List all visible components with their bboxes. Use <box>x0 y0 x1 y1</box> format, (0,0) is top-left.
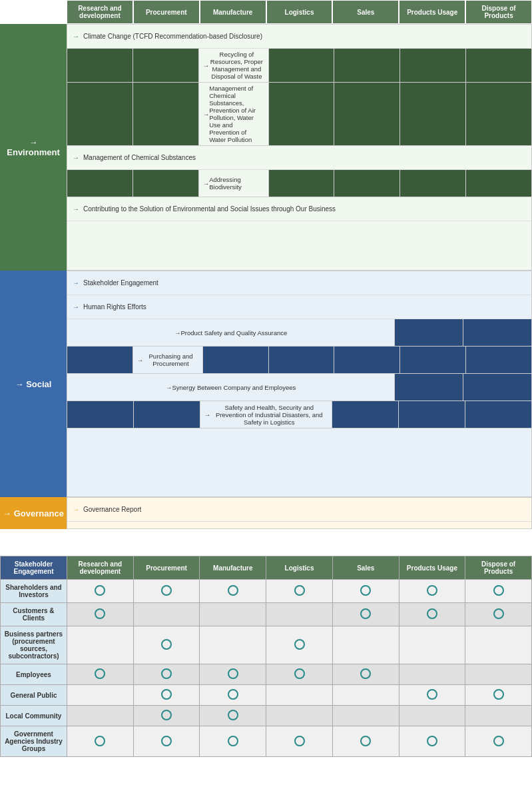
table-row: General Public <box>1 685 532 706</box>
table-cell <box>67 685 133 706</box>
social-section: → Social → Stakeholder Engagement → Huma… <box>0 271 532 497</box>
lt-col-log: Logistics <box>266 556 333 580</box>
soc-pp-c7 <box>466 347 531 373</box>
climate-text: Climate Change (TCFD Recommendation-base… <box>83 33 262 40</box>
table-cell <box>332 685 399 706</box>
arrow-icon: → <box>73 279 79 287</box>
arrow-icon: → <box>73 303 79 311</box>
env-cell-r3c7 <box>466 170 531 197</box>
env-full-row-climate: → Climate Change (TCFD Recommendation-ba… <box>67 25 531 49</box>
arrow-icon: → <box>203 180 210 187</box>
soc-ps-c7 <box>463 319 531 346</box>
env-cell-r3c2 <box>133 170 199 197</box>
table-cell <box>332 603 399 626</box>
stakeholder-row-label: Shareholders and Investors <box>1 580 67 603</box>
social-content: → Stakeholder Engagement → Human Rights … <box>67 271 532 497</box>
env-cell-r2c1 <box>67 83 133 145</box>
table-cell <box>465 626 532 664</box>
soc-pp-span: → Purchasing and Procurement <box>133 347 203 373</box>
table-cell <box>133 664 200 685</box>
circle-mark <box>161 639 172 650</box>
table-cell <box>465 664 532 685</box>
table-cell <box>200 603 266 626</box>
circle-mark <box>427 689 437 700</box>
contrib-text: Contributing to the Solution of Environm… <box>83 205 336 213</box>
env-cell-r1c1 <box>67 49 133 82</box>
table-cell <box>465 706 532 726</box>
lt-col-sales: Sales <box>332 556 399 580</box>
environment-label: → Environment <box>0 24 67 271</box>
env-cell-r1c6 <box>400 49 466 82</box>
governance-content: → Governance Report <box>67 497 532 529</box>
circle-mark <box>493 689 504 700</box>
circle-mark <box>95 608 105 619</box>
circle-mark <box>161 736 172 746</box>
env-grid-row-2: → Management of Chemical Substances, Pre… <box>67 83 531 146</box>
table-cell <box>266 685 333 706</box>
soc-ps-c6 <box>395 319 463 346</box>
stakeholder-row-label: General Public <box>1 685 67 706</box>
gov-label-text: → Governance <box>3 508 64 518</box>
arrow-icon: → <box>174 329 181 337</box>
arrow-icon: → <box>73 33 79 40</box>
table-cell <box>133 685 200 706</box>
table-cell <box>133 706 200 726</box>
circle-mark <box>161 585 172 596</box>
arrow-icon: → <box>166 384 172 391</box>
table-cell <box>266 726 333 757</box>
section-spacer <box>0 529 532 542</box>
circle-mark <box>427 736 437 746</box>
env-cell-r2c2 <box>133 83 199 145</box>
col-header-pu: Products Usage <box>399 0 465 24</box>
sh-text: Safety and Health, Security and Preventi… <box>210 404 328 426</box>
lower-table-wrapper: Stakeholder Engagement Research and deve… <box>0 556 532 757</box>
stakeholder-table: Stakeholder Engagement Research and deve… <box>0 556 532 757</box>
env-cell-r1c4 <box>269 49 335 82</box>
table-cell <box>67 626 133 664</box>
env-cell-r3c6 <box>400 170 466 197</box>
soc-ps-span: → Product Safety and Quality Assurance <box>67 319 395 346</box>
table-cell <box>465 685 532 706</box>
hr-text: Human Rights Efforts <box>83 303 146 311</box>
table-cell <box>332 626 399 664</box>
social-label: → Social <box>0 271 67 497</box>
table-cell <box>266 706 333 726</box>
stakeholder-row-label: Local Community <box>1 706 67 726</box>
arrow-icon: → <box>137 357 144 364</box>
table-cell <box>465 726 532 757</box>
stake-text: Stakeholder Engagement <box>83 279 158 287</box>
recycling-text: Recycling of Resources, Proper Managemen… <box>209 51 264 80</box>
table-cell <box>332 664 399 685</box>
table-cell <box>266 603 333 626</box>
circle-mark <box>427 608 437 619</box>
lt-col-pu: Products Usage <box>399 556 465 580</box>
table-row: Employees <box>1 664 532 685</box>
table-cell <box>133 726 200 757</box>
gov-full-row: → Governance Report <box>67 498 531 522</box>
table-row: Shareholders and Investors <box>1 580 532 603</box>
table-cell <box>133 626 200 664</box>
social-grid-row-sh: → Safety and Health, Security and Preven… <box>67 401 531 428</box>
table-cell <box>200 706 266 726</box>
stakeholder-row-label: Government Agencies Industry Groups <box>1 726 67 757</box>
soc-syn-span: → Synergy Between Company and Employees <box>67 374 395 401</box>
lt-col-disp: Dispose of Products <box>465 556 532 580</box>
social-grid-row-syn: → Synergy Between Company and Employees <box>67 374 531 401</box>
social-full-row-stake: → Stakeholder Engagement <box>67 271 531 295</box>
social-full-row-hr: → Human Rights Efforts <box>67 295 531 319</box>
table-cell <box>399 626 465 664</box>
circle-mark <box>360 736 371 746</box>
soc-sh-c6 <box>399 401 465 428</box>
governance-section: → Governance → Governance Report <box>0 497 532 529</box>
table-cell <box>332 580 399 603</box>
syn-text: Synergy Between Company and Employees <box>172 384 296 391</box>
circle-mark <box>360 585 371 596</box>
circle-mark <box>228 668 238 679</box>
circle-mark <box>95 668 105 679</box>
circle-mark <box>294 585 305 596</box>
table-cell <box>266 626 333 664</box>
stakeholder-row-label: Employees <box>1 664 67 685</box>
ps-text: Product Safety and Quality Assurance <box>180 329 287 337</box>
circle-mark <box>161 668 172 679</box>
circle-mark <box>228 585 238 596</box>
